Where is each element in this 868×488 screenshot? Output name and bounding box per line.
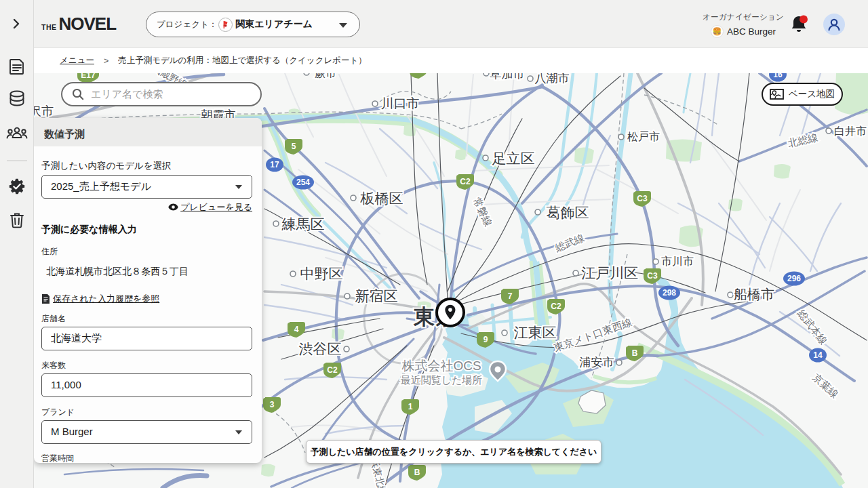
- svg-text:9: 9: [484, 335, 488, 344]
- svg-text:17: 17: [270, 160, 279, 169]
- svg-text:中野区: 中野区: [300, 266, 343, 281]
- svg-text:市川市: 市川市: [661, 256, 694, 267]
- svg-text:1: 1: [408, 402, 413, 411]
- svg-text:14: 14: [813, 350, 823, 360]
- svg-text:浦安市: 浦安市: [580, 356, 614, 369]
- svg-text:渋谷区: 渋谷区: [299, 341, 342, 357]
- svg-text:C2: C2: [460, 177, 471, 186]
- svg-text:葛飾区: 葛飾区: [547, 205, 589, 220]
- svg-text:株式会社OCS: 株式会社OCS: [401, 359, 481, 373]
- svg-text:B: B: [632, 348, 638, 358]
- svg-text:16: 16: [773, 73, 783, 79]
- svg-text:白井市: 白井市: [834, 125, 867, 137]
- svg-text:296: 296: [787, 274, 801, 283]
- svg-text:板橋区: 板橋区: [360, 190, 403, 206]
- svg-text:所沢市: 所沢市: [34, 104, 54, 118]
- svg-text:5: 5: [292, 142, 296, 151]
- svg-text:7: 7: [508, 291, 513, 301]
- svg-text:八潮市: 八潮市: [535, 73, 570, 85]
- svg-text:足立区: 足立区: [492, 150, 535, 166]
- svg-text:江戸川区: 江戸川区: [581, 265, 638, 281]
- svg-text:川口市: 川口市: [381, 96, 420, 110]
- svg-text:松戸市: 松戸市: [627, 131, 660, 142]
- svg-text:新宿区: 新宿区: [355, 288, 398, 304]
- svg-text:蕨市: 蕨市: [315, 73, 336, 79]
- svg-text:298: 298: [663, 288, 676, 298]
- svg-text:C3: C3: [647, 271, 658, 281]
- svg-text:最近閲覧した場所: 最近閲覧した場所: [401, 374, 483, 386]
- svg-text:254: 254: [296, 178, 310, 187]
- svg-text:船橋市: 船橋市: [734, 287, 774, 302]
- svg-text:江東区: 江東区: [514, 325, 557, 340]
- svg-text:6: 6: [416, 73, 421, 75]
- svg-text:C2: C2: [551, 302, 561, 311]
- svg-text:C2: C2: [327, 365, 338, 375]
- svg-text:練馬区: 練馬区: [281, 216, 325, 232]
- svg-text:4: 4: [294, 325, 299, 334]
- svg-text:3: 3: [270, 400, 275, 409]
- svg-text:C3: C3: [637, 194, 648, 203]
- svg-text:草加市: 草加市: [490, 73, 525, 81]
- svg-text:E17: E17: [81, 73, 96, 80]
- svg-text:B: B: [414, 468, 420, 477]
